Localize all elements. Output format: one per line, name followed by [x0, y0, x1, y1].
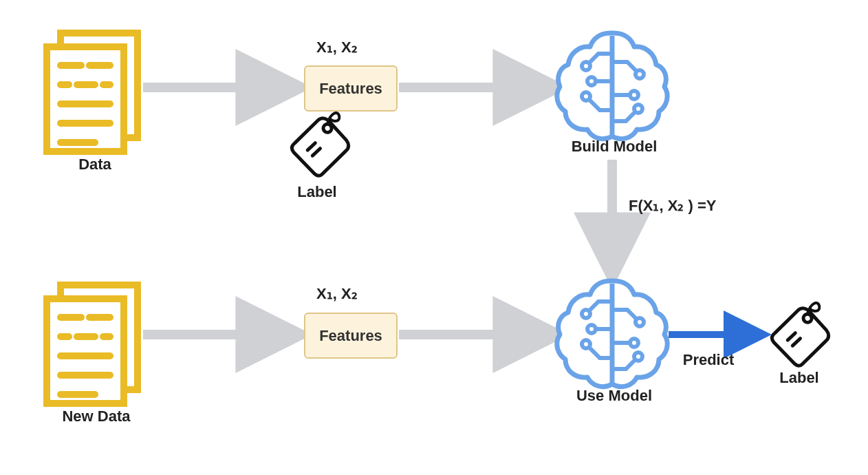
- label-tag-icon-2: [766, 302, 836, 372]
- diagram-canvas: [0, 0, 868, 475]
- features1-label: Features: [319, 80, 382, 98]
- build-model-label: Build Model: [556, 138, 673, 156]
- label2-text: Label: [765, 369, 834, 387]
- features2-vars: X₁, X₂: [316, 285, 358, 303]
- build-model-icon: [557, 33, 667, 139]
- label-tag-icon-1: [285, 112, 356, 182]
- features-box-1: Features: [304, 65, 398, 112]
- predict-label: Predict: [674, 351, 743, 369]
- data-icon: [47, 33, 138, 151]
- use-model-label: Use Model: [563, 387, 666, 405]
- use-model-icon: [557, 281, 667, 387]
- data-label: Data: [61, 156, 129, 173]
- label1-text: Label: [286, 183, 348, 201]
- model-formula: F(X₁, X₂ ) =Y: [629, 197, 716, 215]
- features-box-2: Features: [304, 313, 398, 359]
- new-data-label: New Data: [48, 408, 144, 425]
- features2-label: Features: [319, 327, 382, 345]
- new-data-icon: [47, 285, 138, 403]
- features1-vars: X₁, X₂: [316, 39, 358, 56]
